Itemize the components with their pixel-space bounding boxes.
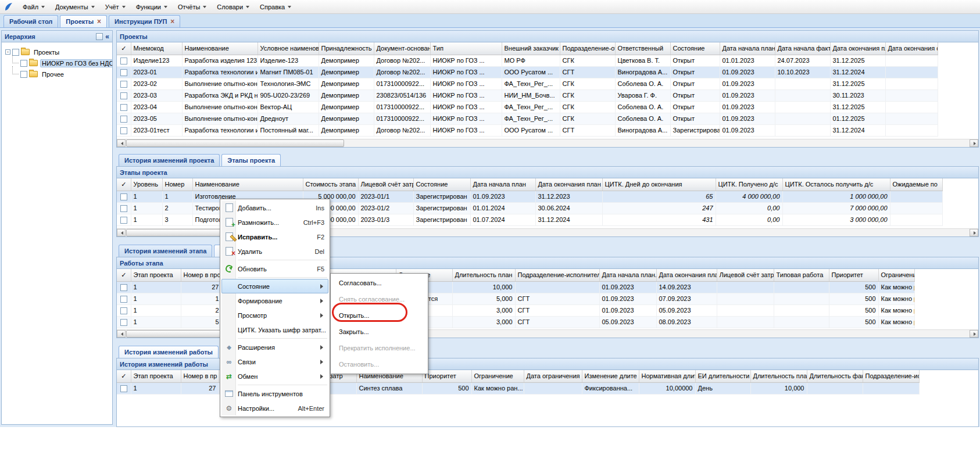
menubar-item-accounting[interactable]: Учёт (100, 1, 131, 13)
column-header[interactable]: Подразделение-исполнитель (515, 269, 599, 281)
menu-item-approve[interactable]: Согласовать... (332, 275, 427, 291)
scroll-left-button[interactable] (117, 229, 126, 236)
table-row[interactable]: 2023-04Выполнение опытно-конс...Вектор-А… (117, 101, 938, 113)
column-header[interactable]: ЦИТК. Получено д/с (716, 178, 782, 191)
menubar-item-dictionaries[interactable]: Словари (212, 1, 255, 13)
menu-item-settings[interactable]: Настройки...Alt+Enter (221, 401, 328, 415)
scroll-right-button[interactable] (970, 229, 978, 236)
table-row[interactable]: 2023-03Разработка ЭКД и РКД н...905-U020… (117, 89, 938, 101)
column-header[interactable]: Уровень (131, 178, 162, 191)
column-header[interactable]: Мнемокод (131, 42, 182, 55)
menu-item-add[interactable]: Добавить...Ins (221, 200, 328, 215)
column-header[interactable]: Наименование (182, 42, 257, 55)
row-checkbox[interactable] (120, 296, 127, 303)
menubar-item-help[interactable]: Справка (255, 1, 296, 13)
tree-expander-icon[interactable]: - (5, 49, 10, 55)
column-header[interactable]: Дата начала план. (599, 269, 656, 281)
row-checkbox[interactable] (120, 116, 127, 123)
column-header[interactable]: Состояние (670, 42, 720, 55)
row-checkbox[interactable] (120, 217, 127, 224)
table-row[interactable]: 2023-01Разработка технологии и...Магнит … (117, 66, 938, 78)
menu-item-refresh[interactable]: ОбновитьF5 (221, 261, 328, 276)
menu-item-exchange[interactable]: Обмен (221, 369, 328, 383)
tab-close-icon[interactable]: × (170, 19, 174, 24)
hierarchy-locate-icon[interactable] (96, 33, 103, 40)
column-header[interactable]: Ограничение (471, 370, 524, 382)
column-header[interactable]: Дата начала план. (720, 42, 775, 55)
column-header[interactable]: Длительность фак (807, 370, 863, 382)
menu-item-open[interactable]: Открыть... (332, 307, 427, 324)
scroll-left-button[interactable] (117, 330, 126, 338)
column-header[interactable]: Ожидаемые по (890, 178, 942, 191)
column-header[interactable]: Внешний заказчик (502, 42, 560, 55)
projects-horizontal-scrollbar[interactable] (117, 139, 978, 147)
column-header[interactable]: ЦИТК. Осталось получить д/с (782, 178, 890, 191)
column-header[interactable]: Номер в пр (181, 370, 219, 382)
scrollbar-thumb[interactable] (126, 139, 344, 147)
tab-pup-instructions[interactable]: Инструкции ПУП× (109, 15, 180, 27)
select-all-header[interactable]: ✓ (117, 178, 131, 191)
column-header[interactable]: Длительность пла (750, 370, 807, 382)
row-checkbox[interactable] (120, 127, 127, 134)
column-header[interactable]: Этап проекта (131, 370, 181, 382)
row-checkbox[interactable] (120, 307, 127, 314)
menu-item-state[interactable]: Состояние (221, 279, 328, 293)
row-checkbox[interactable] (120, 284, 127, 291)
tree-node-projects-root[interactable]: -Проекты (4, 46, 110, 58)
column-header[interactable]: Тип (430, 42, 502, 55)
row-checkbox[interactable] (120, 319, 127, 326)
column-header[interactable]: Изменение длите (582, 370, 639, 382)
menu-item-delete[interactable]: УдалитьDel (221, 244, 328, 259)
row-checkbox[interactable] (120, 193, 127, 200)
column-header[interactable]: Подразделение-ис (863, 370, 919, 382)
column-header[interactable]: Нормативная длит (639, 370, 695, 382)
column-header[interactable]: Приоритет (422, 370, 471, 382)
column-header[interactable]: ЦИТК. Дней до окончания (602, 178, 716, 191)
column-header[interactable]: Дата начала план (470, 178, 535, 191)
menu-item-view[interactable]: Просмотр (221, 308, 328, 322)
tab-close-icon[interactable]: × (97, 19, 101, 24)
menubar-item-reports[interactable]: Отчёты (173, 1, 212, 13)
column-header[interactable]: Принадлежность (319, 42, 374, 55)
tab-project-change-history[interactable]: История изменений проекта (119, 154, 220, 166)
menubar-item-documents[interactable]: Документы (50, 1, 100, 13)
column-header[interactable]: Приоритет (829, 269, 878, 281)
scroll-left-button[interactable] (117, 139, 126, 147)
column-header[interactable]: ЕИ длительности (695, 370, 750, 382)
menu-item-edit[interactable]: Исправить...F2 (221, 230, 328, 244)
column-header[interactable]: Подразделение-от (560, 42, 615, 55)
scroll-right-button[interactable] (970, 330, 978, 338)
menu-item-citk-cost-code[interactable]: ЦИТК. Указать шифр затрат... (221, 322, 328, 337)
tree-node-other[interactable]: Прочее (4, 69, 110, 80)
menu-item-formation[interactable]: Формирование (221, 293, 328, 308)
column-header[interactable]: Дата начала факт. (775, 42, 830, 55)
tab-work-change-history[interactable]: История изменений работы (119, 346, 219, 358)
select-all-header[interactable]: ✓ (117, 269, 131, 281)
row-checkbox[interactable] (120, 81, 127, 88)
column-header[interactable]: Условное наименован (257, 42, 319, 55)
collapse-panel-icon[interactable]: « (105, 34, 109, 40)
table-row[interactable]: 2023-01тестРазработка технологии и...Пос… (117, 124, 938, 136)
menu-item-duplicate[interactable]: Размножить...Ctrl+F3 (221, 215, 328, 230)
column-header[interactable]: Этап проекта (131, 269, 181, 281)
tree-node-niokr-goz[interactable]: НИОКР по ГОЗ без НДС (4, 58, 110, 69)
column-header[interactable]: Длительность план▼ (452, 269, 515, 281)
select-all-header[interactable]: ✓ (117, 42, 131, 55)
row-checkbox[interactable] (120, 385, 127, 392)
column-header[interactable]: Типовая работа (774, 269, 829, 281)
column-header[interactable]: Состояние (413, 178, 470, 191)
menu-item-close[interactable]: Закрыть... (332, 324, 427, 340)
menubar-item-functions[interactable]: Функции (131, 1, 173, 13)
column-header[interactable]: Дата окончания фа (885, 42, 938, 55)
row-checkbox[interactable] (120, 104, 127, 111)
table-row[interactable]: 2023-02Выполнение опытно-конс...Технолог… (117, 78, 938, 89)
tree-checkbox[interactable] (20, 71, 27, 78)
row-checkbox[interactable] (120, 205, 127, 212)
table-row[interactable]: Изделие123Разработка изделия 123Изделие-… (117, 55, 938, 66)
row-checkbox[interactable] (120, 92, 127, 99)
menu-item-links[interactable]: Связи (221, 354, 328, 369)
column-header[interactable]: Ответственный (615, 42, 670, 55)
column-header[interactable]: Ограничение (878, 269, 914, 281)
column-header[interactable]: Дата окончания пла (830, 42, 885, 55)
table-row[interactable]: 2023-05Выполнение опытно-конс...Дредноут… (117, 113, 938, 124)
